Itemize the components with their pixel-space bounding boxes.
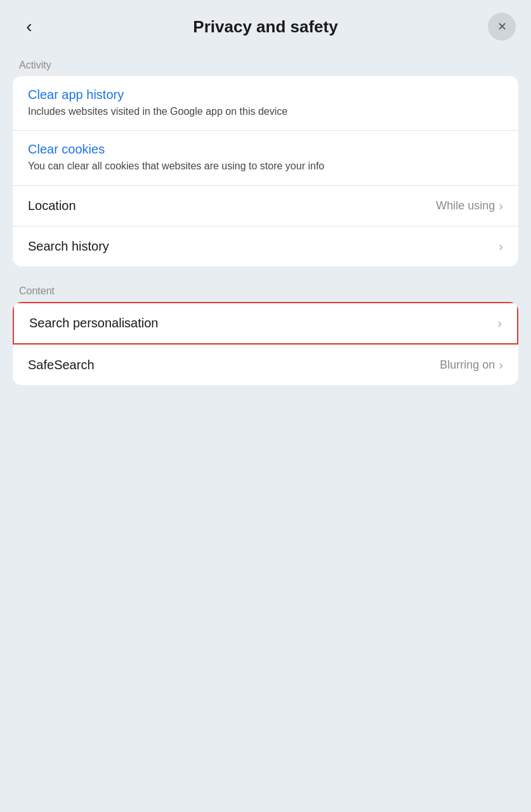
safesearch-value-text: Blurring on: [440, 358, 495, 372]
safesearch-label: SafeSearch: [28, 358, 95, 372]
clear-cookies-title: Clear cookies: [28, 142, 503, 157]
clear-cookies-item[interactable]: Clear cookies You can clear all cookies …: [13, 130, 518, 185]
search-history-label: Search history: [28, 239, 109, 254]
close-button[interactable]: ✕: [488, 13, 516, 41]
safesearch-value-group: Blurring on ›: [440, 358, 503, 372]
location-label: Location: [28, 199, 76, 213]
location-value-text: While using: [436, 199, 495, 213]
search-history-value-group: ›: [499, 239, 503, 254]
clear-app-history-item[interactable]: Clear app history Includes websites visi…: [13, 76, 518, 130]
location-row[interactable]: Location While using ›: [13, 185, 518, 226]
activity-section-label: Activity: [0, 51, 531, 76]
content-card: Search personalisation › SafeSearch Blur…: [13, 302, 518, 385]
header: ‹ Privacy and safety ✕: [0, 0, 531, 51]
safesearch-row[interactable]: SafeSearch Blurring on ›: [13, 344, 518, 385]
back-icon: ‹: [26, 16, 32, 37]
page-title: Privacy and safety: [43, 17, 488, 37]
clear-app-history-description: Includes websites visited in the Google …: [28, 105, 503, 119]
location-value-group: While using ›: [436, 199, 503, 213]
clear-cookies-description: You can clear all cookies that websites …: [28, 159, 503, 173]
search-history-row[interactable]: Search history ›: [13, 226, 518, 266]
content-section-label: Content: [0, 277, 531, 302]
activity-card: Clear app history Includes websites visi…: [13, 76, 518, 266]
search-personalisation-label: Search personalisation: [29, 316, 158, 331]
search-personalisation-value-group: ›: [497, 316, 502, 331]
search-personalisation-chevron-icon: ›: [497, 316, 502, 331]
location-chevron-icon: ›: [499, 199, 503, 213]
close-icon: ✕: [497, 20, 507, 34]
back-button[interactable]: ‹: [15, 13, 43, 41]
safesearch-chevron-icon: ›: [499, 358, 503, 372]
search-personalisation-row[interactable]: Search personalisation ›: [13, 302, 518, 344]
search-personalisation-inner: Search personalisation ›: [14, 303, 517, 343]
search-history-chevron-icon: ›: [499, 239, 503, 254]
page-container: ‹ Privacy and safety ✕ Activity Clear ap…: [0, 0, 531, 812]
clear-app-history-title: Clear app history: [28, 88, 503, 102]
